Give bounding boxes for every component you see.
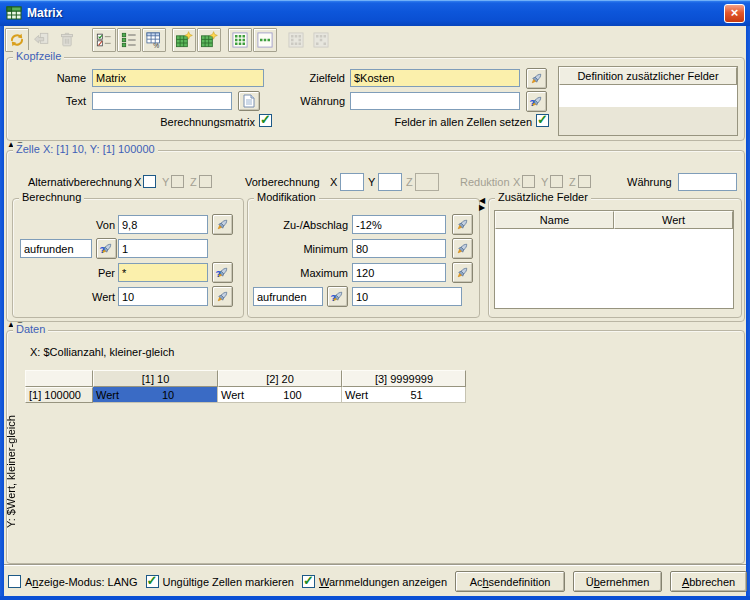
warnmeldungen-checkbox[interactable] <box>302 575 315 588</box>
cell-value: 10 <box>119 389 217 401</box>
alternativ-z-label: Z <box>190 176 197 188</box>
table-edit-button[interactable]: % <box>142 28 166 52</box>
more-button[interactable] <box>253 28 277 52</box>
anzeige-modus-checkbox[interactable] <box>8 575 21 588</box>
matrix-new-button[interactable] <box>172 28 196 52</box>
daten-cell-3[interactable]: Wert 51 <box>342 387 466 403</box>
alternativ-x-checkbox[interactable] <box>143 175 156 188</box>
grid-tertiary-button[interactable] <box>309 28 333 52</box>
maximum-formula-button[interactable] <box>452 262 473 283</box>
daten-col-header-2[interactable]: [2] 20 <box>218 370 342 387</box>
refresh-icon <box>7 30 27 50</box>
zelle-waehrung-input[interactable] <box>678 173 737 191</box>
modifikation-rounding-formula-button[interactable]: ? <box>327 286 348 307</box>
list-button[interactable] <box>117 28 141 52</box>
delete-button[interactable] <box>55 28 79 52</box>
wert-input[interactable] <box>118 287 208 306</box>
felder-alle-zellen-checkbox[interactable] <box>536 114 549 127</box>
zelle-waehrung-label: Währung <box>627 176 672 188</box>
vorberechnung-y-input[interactable] <box>378 173 402 191</box>
zelle-group-title: Zelle X: [1] 10, Y: [1] 100000 <box>13 143 158 155</box>
zielfeld-formula-button[interactable] <box>526 68 547 89</box>
document-icon <box>243 94 255 108</box>
zu-abschlag-label: Zu-/Abschlag <box>255 219 348 231</box>
grid-button[interactable] <box>228 28 252 52</box>
definition-table-header[interactable]: Definition zusätzlicher Felder <box>559 67 737 85</box>
zu-abschlag-formula-button[interactable] <box>452 214 473 235</box>
alternativ-y-checkbox <box>171 175 184 188</box>
alternativ-x-label: X <box>134 176 141 188</box>
cell-value: 100 <box>244 389 341 401</box>
options-check-button[interactable] <box>92 28 116 52</box>
ungueltige-zellen-checkbox[interactable] <box>146 575 159 588</box>
per-label: Per <box>60 267 115 279</box>
zielfeld-input[interactable] <box>350 69 520 87</box>
daten-col-header-3[interactable]: [3] 9999999 <box>342 370 466 387</box>
waehrung-formula-button[interactable]: ? <box>526 91 547 112</box>
zusatzfelder-col-wert[interactable]: Wert <box>614 211 733 229</box>
window-title: Matrix <box>27 6 62 20</box>
warnmeldungen-label: Warnmeldungen anzeigen <box>319 576 447 588</box>
statusbar: Anzeige-Modus: LANG Ungültige Zellen mar… <box>8 569 744 594</box>
kopf-waehrung-input[interactable] <box>350 92 520 110</box>
berechnung-rounding-formula-button[interactable]: ? <box>96 238 117 259</box>
vorberechnung-z-input <box>415 173 439 191</box>
minimum-formula-button[interactable] <box>452 238 473 259</box>
maximum-input[interactable] <box>352 263 446 282</box>
grid-secondary-button[interactable] <box>284 28 308 52</box>
matrix-dialog: Matrix × % Kopfzeile Name Z <box>0 0 750 600</box>
von-formula-button[interactable] <box>212 214 233 235</box>
window-border-bottom <box>0 596 750 600</box>
uebernehmen-button[interactable]: Übernehmen <box>573 571 662 592</box>
grid-secondary-icon <box>286 30 306 50</box>
table-edit-icon: % <box>144 30 164 50</box>
name-input[interactable] <box>92 69 264 87</box>
von-input[interactable] <box>118 215 208 234</box>
modifikation-rounding-step-input[interactable] <box>352 287 462 306</box>
close-button[interactable]: × <box>724 4 745 23</box>
abbrechen-button[interactable]: Abbrechen <box>670 571 747 592</box>
reduktion-label: Reduktion <box>460 176 510 188</box>
zu-abschlag-input[interactable] <box>352 215 446 234</box>
vorberechnung-x-input[interactable] <box>340 173 364 191</box>
daten-col-header-1[interactable]: [1] 10 <box>93 370 218 387</box>
per-input[interactable] <box>118 263 208 282</box>
daten-row-header[interactable]: [1] 100000 <box>25 387 93 403</box>
reduktion-x-checkbox <box>522 175 535 188</box>
minimum-input[interactable] <box>352 239 446 258</box>
reduktion-z-label: Z <box>569 176 576 188</box>
kopfzeile-group-title: Kopfzeile <box>13 50 64 62</box>
grid-icon <box>230 30 250 50</box>
berechnung-rounding-mode-input[interactable] <box>20 239 92 258</box>
daten-table-row: [1] 100000 Wert 10 Wert 100 Wert 51 <box>25 387 466 403</box>
refresh-button[interactable] <box>5 28 29 52</box>
cell-value: 51 <box>368 389 465 401</box>
y-axis-label: Y: $Wert, kleiner-gleich <box>5 360 17 528</box>
per-formula-button[interactable]: ? <box>212 262 233 283</box>
text-edit-button[interactable] <box>238 91 260 111</box>
vorberechnung-x-label: X <box>330 176 337 188</box>
berechnungsmatrix-checkbox[interactable] <box>259 114 272 127</box>
berechnung-rounding-step-input[interactable] <box>118 239 208 258</box>
rocket-icon <box>455 265 470 280</box>
back-document-button[interactable] <box>30 28 54 52</box>
daten-cell-2[interactable]: Wert 100 <box>218 387 342 403</box>
daten-cell-1[interactable]: Wert 10 <box>93 387 218 403</box>
minimum-label: Minimum <box>255 243 348 255</box>
alternativ-z-checkbox <box>199 175 212 188</box>
text-input[interactable] <box>92 92 232 110</box>
zusatzfelder-collapse-control[interactable]: ◀▶ <box>479 197 485 211</box>
achsendefinition-button[interactable]: Achsendefinition <box>455 571 565 592</box>
reduktion-y-label: Y <box>541 176 548 188</box>
daten-corner-cell <box>25 370 93 387</box>
zusatzfelder-group-title: Zusätzliche Felder <box>495 191 591 203</box>
matrix-copy-icon <box>199 30 219 50</box>
maximum-label: Maximum <box>255 267 348 279</box>
matrix-copy-button[interactable] <box>197 28 221 52</box>
zusatzfelder-col-name[interactable]: Name <box>495 211 614 229</box>
modifikation-rounding-mode-input[interactable] <box>253 287 323 306</box>
wert-formula-button[interactable] <box>212 286 233 307</box>
cell-label: Wert <box>96 389 119 401</box>
wert-label: Wert <box>60 291 115 303</box>
svg-text:?: ? <box>331 293 337 303</box>
